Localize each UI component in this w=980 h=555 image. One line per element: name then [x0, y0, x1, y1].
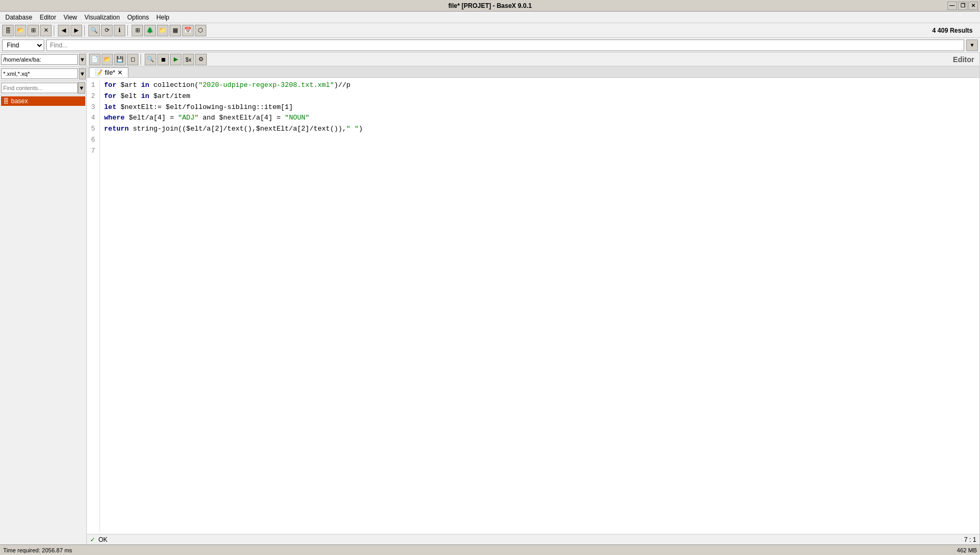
toolbar-manage-icon[interactable]: ⊞ [27, 25, 39, 36]
toolbar-map-icon[interactable]: ▦ [169, 25, 181, 36]
toolbar-calendar-icon[interactable]: 📅 [182, 25, 194, 36]
sidebar-filter-input[interactable] [1, 68, 78, 79]
toolbar-fwd-icon[interactable]: ▶ [71, 25, 82, 36]
editor-tab-close-icon[interactable]: ✕ [117, 69, 123, 76]
menu-help[interactable]: Help [153, 13, 173, 22]
minimize-button[interactable]: — [947, 2, 957, 10]
toolbar-tree-icon[interactable]: 🌲 [144, 25, 156, 36]
sidebar-tree: 🗄 basex [0, 95, 86, 544]
toolbar-sep1 [54, 25, 56, 36]
sidebar-path-input[interactable] [1, 54, 78, 65]
editor-settings-icon[interactable]: ⚙ [195, 54, 207, 65]
editor-tab-file[interactable]: 📝 file* ✕ [89, 67, 128, 77]
editor-find-icon[interactable]: 🔍 [145, 54, 156, 65]
menu-database[interactable]: Database [2, 13, 35, 22]
status-ok-label: OK [98, 536, 107, 543]
editor-stop-icon[interactable]: ⏹ [157, 54, 169, 65]
toolbar-refresh-icon[interactable]: ⟳ [101, 25, 113, 36]
close-button[interactable]: ✕ [968, 2, 978, 10]
menu-visualization[interactable]: Visualization [82, 13, 123, 22]
toolbar-close-icon[interactable]: ✕ [40, 25, 52, 36]
cursor-position: 7 : 1 [964, 536, 976, 543]
sidebar-item-label: basex [11, 97, 28, 105]
toolbar-export-icon[interactable]: ⬡ [195, 25, 206, 36]
toolbar-sep2 [84, 25, 86, 36]
restore-button[interactable]: ❐ [958, 2, 967, 10]
window-title: file* [PROJET] - BaseX 9.0.1 [448, 2, 532, 9]
menu-view[interactable]: View [61, 13, 81, 22]
menu-editor[interactable]: Editor [36, 13, 59, 22]
status-time: Time required: 2056.87 ms [3, 547, 72, 553]
sidebar-filter-dropdown-icon[interactable]: ▼ [79, 68, 86, 80]
find-input[interactable] [46, 39, 964, 51]
sidebar-find-row: ▼ [0, 81, 86, 95]
find-type-dropdown[interactable]: Find [2, 39, 44, 51]
editor-area: 📄 📂 💾 ◻ 🔍 ⏹ ▶ $x ⚙ Editor 📝 file* ✕ 1 2 [87, 53, 980, 544]
editor-status: ✓ OK 7 : 1 [87, 534, 979, 544]
menu-bar: Database Editor View Visualization Optio… [0, 12, 980, 23]
status-memory: 462 MB [957, 547, 977, 553]
editor-xquery-icon[interactable]: $x [183, 54, 194, 65]
editor-open-icon[interactable]: 📂 [102, 54, 113, 65]
toolbar-back-icon[interactable]: ◀ [58, 25, 69, 36]
title-bar: file* [PROJET] - BaseX 9.0.1 — ❐ ✕ [0, 0, 980, 12]
sidebar: ▼ 📁 ▼ ▼ 🗄 basex [0, 53, 87, 544]
editor-run-icon[interactable]: ▶ [170, 54, 182, 65]
editor-tab-bar: 📝 file* ✕ [87, 66, 979, 78]
editor-tab-icon: 📝 [95, 69, 103, 76]
sidebar-item-basex[interactable]: 🗄 basex [1, 96, 85, 106]
toolbar-new-db-icon[interactable]: 🗄 [2, 25, 14, 36]
status-bar: Time required: 2056.87 ms 462 MB [0, 544, 980, 555]
sidebar-path-row: ▼ 📁 [0, 53, 86, 67]
main-toolbar: 🗄 📂 ⊞ ✕ ◀ ▶ 🔍 ⟳ ℹ ⊞ 🌲 📁 ▦ 📅 ⬡ 4 409 Resu… [0, 23, 980, 38]
toolbar-folder-icon[interactable]: 📁 [157, 25, 168, 36]
editor-new-icon[interactable]: 📄 [89, 54, 101, 65]
toolbar-open-icon[interactable]: 📂 [15, 25, 26, 36]
toolbar-info-icon[interactable]: ℹ [114, 25, 125, 36]
title-bar-buttons: — ❐ ✕ [947, 2, 978, 10]
sidebar-path-dropdown-icon[interactable]: ▼ [79, 54, 86, 65]
editor-save-icon[interactable]: 💾 [114, 54, 126, 65]
status-ok-icon: ✓ [90, 536, 95, 543]
find-down-icon[interactable]: ▼ [966, 39, 978, 51]
editor-tab-label: file* [105, 69, 115, 76]
menu-options[interactable]: Options [124, 13, 152, 22]
line-numbers: 1 2 3 4 5 6 7 [89, 80, 100, 532]
sidebar-find-dropdown-icon[interactable]: ▼ [78, 82, 85, 94]
results-count: 4 409 Results [932, 27, 978, 34]
editor-close-icon[interactable]: ◻ [127, 54, 138, 65]
sidebar-find-input[interactable] [1, 83, 78, 93]
toolbar-sep3 [127, 25, 129, 36]
editor-label: Editor [953, 55, 974, 64]
main-layout: ▼ 📁 ▼ ▼ 🗄 basex 📄 📂 💾 ◻ 🔍 ⏹ [0, 53, 980, 544]
db-icon: 🗄 [3, 98, 9, 104]
find-bar: Find ▼ [0, 38, 980, 53]
toolbar-table-icon[interactable]: ⊞ [132, 25, 143, 36]
editor-toolbar: 📄 📂 💾 ◻ 🔍 ⏹ ▶ $x ⚙ Editor [87, 53, 979, 66]
editor-content[interactable]: 1 2 3 4 5 6 7 for $art in collection("20… [87, 78, 979, 534]
code-editor[interactable]: for $art in collection("2020-udpipe-rege… [104, 80, 977, 532]
toolbar-filter-icon[interactable]: 🔍 [88, 25, 100, 36]
sidebar-filter-row: ▼ [0, 67, 86, 81]
editor-sep1 [141, 54, 143, 65]
